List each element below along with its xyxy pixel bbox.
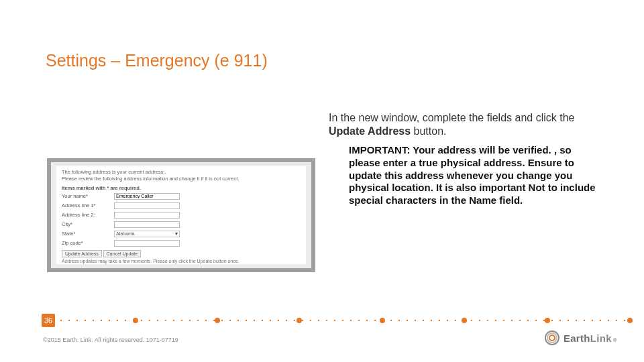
instruction-after: button. <box>411 125 446 137</box>
pager-dot <box>462 318 467 323</box>
zip-field[interactable] <box>114 240 180 247</box>
logo-text-b: Link <box>590 333 612 344</box>
pager-dot <box>380 318 385 323</box>
instruction-before: In the new window, complete the fields a… <box>329 112 574 123</box>
cancel-update-button[interactable]: Cancel Update <box>103 250 141 257</box>
form-intro-2: Please review the following address info… <box>62 176 302 182</box>
label-name: Your name* <box>62 193 114 199</box>
address-line-1-field[interactable] <box>114 202 180 209</box>
slide-title: Settings – Emergency (e 911) <box>46 51 268 70</box>
pager-dot <box>133 318 138 323</box>
pager-dots <box>60 318 604 323</box>
copyright-footer: ©2015 Earth. Link. All rights reserved. … <box>43 337 178 343</box>
earthlink-logo: EarthLink® <box>545 330 617 345</box>
logo-registered: ® <box>613 337 617 343</box>
logo-text-a: Earth <box>564 333 590 344</box>
state-select-value: Alabama <box>116 231 135 236</box>
address-line-2-field[interactable] <box>114 212 180 219</box>
important-note: IMPORTANT: Your address will be verified… <box>349 144 602 207</box>
page-number-badge: 36 <box>42 314 55 327</box>
earthlink-logo-text: EarthLink® <box>564 333 617 344</box>
pager-dot <box>215 318 220 323</box>
form-intro-1: The following address is your current ad… <box>62 169 302 176</box>
label-state: State* <box>62 231 114 237</box>
address-form-screenshot: The following address is your current ad… <box>47 158 315 272</box>
name-field[interactable] <box>114 193 180 200</box>
state-select[interactable]: Alabama <box>114 231 180 237</box>
city-field[interactable] <box>114 221 180 228</box>
form-footnote: Address updates may take a few moments. … <box>62 259 302 263</box>
pager-dot <box>545 318 550 323</box>
label-addr2: Address line 2: <box>62 212 114 218</box>
pager-dot <box>297 318 302 323</box>
pager-dot <box>627 318 633 323</box>
instruction-bold: Update Address <box>329 125 411 137</box>
label-zip: Zip code* <box>62 240 114 246</box>
update-address-button[interactable]: Update Address <box>62 250 102 257</box>
label-city: City* <box>62 221 114 227</box>
form-required-note: Items marked with * are required. <box>62 185 302 191</box>
earthlink-logo-icon <box>545 330 559 345</box>
instruction-text: In the new window, complete the fields a… <box>329 111 597 138</box>
label-addr1: Address line 1* <box>62 202 114 208</box>
